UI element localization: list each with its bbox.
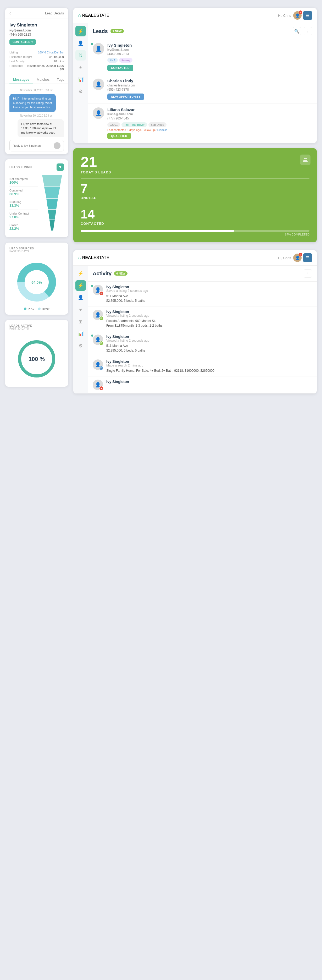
nav-grid-icon[interactable]: ⊞: [75, 62, 86, 73]
hamburger-button[interactable]: ☰: [303, 11, 312, 20]
tab-matches[interactable]: Matches: [33, 75, 53, 84]
funnel-visual: Not Attempted 100% Contacted 38.9% Nurtu…: [10, 175, 64, 233]
nav-leads-icon[interactable]: ⚡: [75, 26, 86, 37]
active-subtitle: PAST 30 DAYS: [10, 327, 32, 330]
activity-nav-like-icon[interactable]: ♥: [75, 304, 86, 315]
svg-marker-2: [46, 199, 58, 209]
stats-divider-2: [81, 204, 309, 204]
activity1-detail: 511 Marina Ave$2,395,000, 5 beds, 5 bath…: [106, 294, 312, 303]
activity3-badge: ⊞: [99, 341, 104, 345]
funnel-filter-button[interactable]: [57, 164, 64, 171]
nav-filter-icon[interactable]: ⇅: [75, 50, 86, 60]
header-greeting: Hi, Chris: [278, 14, 291, 18]
liliana-qualified-button[interactable]: QUALIFIED: [107, 133, 131, 139]
svg-marker-0: [42, 175, 62, 186]
activity-item-5[interactable]: 👤 ♥ Ivy Singleton: [88, 376, 317, 393]
activity-nav-grid-icon[interactable]: ⊞: [75, 317, 86, 327]
activity-new-badge: 6 NEW: [114, 271, 127, 275]
activity-hamburger-button[interactable]: ☰: [303, 253, 312, 262]
activity1-avatar-wrapper: 👤 ♥: [93, 285, 103, 295]
activity-item-1[interactable]: 👤 ♥ Ivy Singleton Saved a listing 2 seco…: [88, 282, 317, 307]
activity5-avatar: 👤 ♥: [93, 380, 103, 390]
reply-send-button[interactable]: [54, 142, 60, 149]
progress-bar-bg: [81, 230, 309, 232]
activity5-name: Ivy Singleton: [106, 380, 312, 384]
activity3-avatar-wrapper: 👤 ⊞: [93, 334, 103, 345]
activity-nav-settings-icon[interactable]: ⚙: [75, 340, 86, 351]
listing-value[interactable]: 16946 Circa Del Sur: [38, 51, 64, 54]
activity-nav-chart-icon[interactable]: 📊: [75, 328, 86, 339]
leads-list-section: Leads 1 NEW 🔍 ⋮ 👤 Ivy Singleton: [88, 23, 317, 143]
activity-item-2[interactable]: 👤 ⊞ Ivy Singleton Viewed a listing 2 sec…: [88, 307, 317, 331]
back-arrow-icon[interactable]: ‹: [10, 11, 11, 16]
today-leads-number: 21: [81, 154, 309, 169]
msg1-date: November 30, 2020 3:10 pm: [10, 89, 64, 92]
activity-item-3[interactable]: 👤 ⊞ Ivy Singleton Viewed a listing 2 sec…: [88, 331, 317, 356]
funnel-row-1: Contacted 38.9%: [10, 187, 38, 198]
legend-row: PPC Direct: [10, 307, 64, 310]
donut-chart-svg: 64.0%: [16, 261, 57, 303]
dismiss-link[interactable]: Dismiss: [157, 128, 168, 132]
activity1-name: Ivy Singleton: [106, 285, 312, 289]
msg1-bubble: Hi, I'm interested in setting up a showi…: [10, 94, 56, 112]
liliana-info: Liliana Salazar liliana@email.com (777) …: [107, 107, 312, 139]
contacted-label: CONTACTED: [81, 222, 309, 226]
lead-list-item-liliana[interactable]: 👤 Liliana Salazar liliana@email.com (777…: [88, 104, 317, 143]
nav-settings-icon[interactable]: ⚙: [75, 86, 86, 97]
reply-input[interactable]: [13, 144, 54, 147]
activity-item-4[interactable]: 👤 🔍 Ivy Singleton Made a search 2 mins a…: [88, 356, 317, 376]
lead-list-item-charles[interactable]: 👤 Charles Lindy charles@email.com (555) …: [88, 75, 317, 104]
charles-new-opp-button[interactable]: NEW OPPORTUNITY: [107, 94, 144, 100]
ivy-name: Ivy Singleton: [107, 43, 312, 48]
activity2-name: Ivy Singleton: [106, 310, 312, 314]
activity5-info: Ivy Singleton: [106, 380, 312, 384]
lead-detail-card: ‹ Lead Details Ivy Singleton ivy@email.c…: [5, 8, 68, 154]
activity-value: 28 mins: [54, 60, 64, 63]
activity-avatar: 👤 3: [293, 254, 301, 262]
sources-title: LEAD SOURCES: [10, 247, 34, 250]
activity-more-options-button[interactable]: ⋮: [304, 269, 312, 278]
activity2-action: Viewed a listing 2 seconds ago: [106, 314, 312, 318]
activity-layout: ⚡ ⚡ 👤 ♥ ⊞ 📊 ⚙ Activity 6 NEW ⋮: [73, 266, 317, 393]
sources-header: LEAD SOURCES PAST 30 DAYS: [10, 247, 64, 257]
lead-list-item-ivy[interactable]: 👤 Ivy Singleton ivy@email.com (444) 968-…: [88, 39, 317, 75]
direct-label: Direct: [42, 307, 49, 310]
progress-bar-fill: [81, 230, 234, 232]
charles-phone: (555) 423-7878: [107, 88, 312, 91]
sources-subtitle: PAST 30 DAYS: [10, 250, 34, 253]
active-indicator-dot: [91, 43, 93, 45]
activity1-badge: ♥: [99, 291, 104, 296]
activity-nav-leads-icon[interactable]: ⚡: [75, 268, 86, 279]
ivy-contacted-button[interactable]: CONTACTED: [107, 65, 133, 71]
ivy-tag-poway: Poway: [119, 58, 132, 63]
logo-house-icon: ⌂: [78, 13, 81, 18]
contacted-status-button[interactable]: CONTACTED: [10, 39, 36, 45]
activity2-info: Ivy Singleton Viewed a listing 2 seconds…: [106, 310, 312, 328]
nav-people-icon[interactable]: 👤: [75, 38, 86, 48]
unread-label: UNREAD: [81, 196, 309, 200]
stats-green-card: 21 TODAY'S LEADS 7 UNREAD 14 CONTACTED 6…: [73, 148, 317, 242]
legend-ppc: PPC: [24, 307, 34, 310]
tab-tags[interactable]: Tags: [53, 75, 68, 84]
activity-logo-house-icon: ⌂: [78, 255, 81, 261]
nav-chart-icon[interactable]: 📊: [75, 74, 86, 84]
leads-funnel-card: LEADS FUNNEL Not Attempted 100% Contacte…: [5, 159, 68, 237]
activity1-info: Ivy Singleton Saved a listing 2 seconds …: [106, 285, 312, 303]
funnel-row-4: Closed 22.2%: [10, 221, 38, 232]
more-options-button[interactable]: ⋮: [304, 27, 312, 35]
activity-nav-people-icon[interactable]: 👤: [75, 292, 86, 303]
direct-dot: [38, 307, 41, 310]
tab-messages[interactable]: Messages: [10, 75, 33, 84]
activity-header-greeting: Hi, Chris: [278, 256, 291, 260]
svg-text:100 %: 100 %: [29, 356, 45, 362]
meta-budget-row: Estimated Budget $4,499,000: [10, 55, 64, 59]
activity3-name: Ivy Singleton: [106, 334, 312, 339]
search-leads-button[interactable]: 🔍: [293, 27, 301, 35]
avatar: 👤 3: [293, 11, 301, 20]
activity-list-header: Activity 6 NEW ⋮: [88, 266, 317, 282]
stats-people-icon: [300, 154, 311, 165]
activity-nav-activity-icon[interactable]: ⚡: [75, 280, 86, 291]
charles-name: Charles Lindy: [107, 79, 312, 83]
liliana-avatar: 👤: [93, 107, 104, 119]
svg-marker-1: [44, 187, 60, 198]
